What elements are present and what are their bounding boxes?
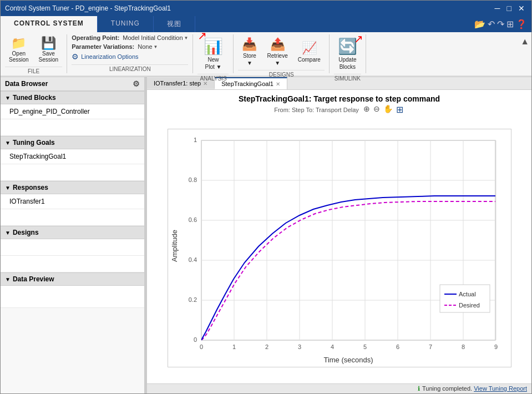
tuning-report-link[interactable]: View Tuning Report (474, 385, 527, 392)
data-preview-label: Data Preview (13, 275, 54, 283)
svg-text:0: 0 (193, 336, 196, 343)
sidebar-item-steptracking[interactable]: StepTrackingGoal1 (1, 149, 144, 164)
designs-header[interactable]: ▼ Designs (1, 226, 144, 239)
svg-text:5: 5 (363, 344, 366, 350)
linearization-group-label: LINEARIZATION (72, 64, 188, 73)
restore-button[interactable]: □ (505, 4, 514, 12)
iotransfer-label: IOTransfer1 (9, 198, 45, 205)
zoom-out-button[interactable]: ⊖ (372, 104, 381, 115)
linearization-options-button[interactable]: ⚙ Linearization Options (72, 52, 138, 61)
svg-text:4: 4 (330, 344, 333, 350)
svg-text:7: 7 (428, 344, 432, 350)
designs-empty-2 (1, 256, 144, 272)
title-bar: Control System Tuner - PD_engine - StepT… (1, 1, 531, 16)
sidebar: Data Browser ⚙ ▼ Tuned Blocks PD_engine_… (1, 77, 145, 393)
pan-button[interactable]: ✋ (382, 104, 394, 115)
op-point-value[interactable]: Model Initial Condition (123, 34, 188, 41)
section-tuning-goals: ▼ Tuning Goals StepTrackingGoal1 (1, 136, 144, 181)
ribbon-content: 📁 Open Session 💾 Save Session FILE Opera… (1, 32, 531, 77)
zoom-in-button[interactable]: ⊕ (362, 104, 371, 115)
tuned-blocks-empty (1, 119, 144, 136)
op-point-label: Operating Point: (72, 34, 119, 41)
update-blocks-button[interactable]: 🔄 Update Blocks (334, 34, 361, 73)
pd-controller-label: PD_engine_PID_Controller (9, 108, 90, 115)
svg-text:0.4: 0.4 (188, 256, 196, 263)
operating-point-row: Operating Point: Model Initial Condition (72, 34, 188, 41)
ribbon-group-simulink: ↗ 🔄 Update Blocks SIMULINK (330, 34, 366, 73)
svg-text:9: 9 (494, 344, 497, 350)
ribbon-collapse-button[interactable]: ▲ (520, 37, 529, 47)
new-plot-icon: 📊 (204, 37, 223, 55)
sidebar-item-pd-controller[interactable]: PD_engine_PID_Controller (1, 104, 144, 119)
sidebar-title: Data Browser (5, 80, 48, 88)
tuned-blocks-arrow: ▼ (5, 95, 11, 101)
tab-steptracking-close[interactable]: ✕ (276, 81, 280, 87)
tab-iotransfer1-label: IOTransfer1: step (154, 80, 201, 87)
tuning-goals-header[interactable]: ▼ Tuning Goals (1, 136, 144, 149)
toolbar-icon-2[interactable]: ↶ (488, 19, 495, 29)
data-preview-header[interactable]: ▼ Data Preview (1, 272, 144, 286)
ribbon-group-analysis: ↙ 📊 New Plot ▼ ANALYSIS (193, 34, 234, 73)
open-session-button[interactable]: 📁 Open Session (5, 34, 33, 65)
lin-options-label: Linearization Options (81, 53, 138, 60)
store-label: Store (243, 53, 256, 59)
tab-tuning[interactable]: TUNING (98, 16, 154, 32)
update-blocks-label2: Blocks (340, 64, 356, 70)
plot-title: StepTrackingGoal1: Target response to st… (239, 94, 440, 103)
svg-text:3: 3 (297, 344, 301, 350)
sidebar-item-iotransfer[interactable]: IOTransfer1 (1, 194, 144, 209)
ribbon: CONTROL SYSTEM TUNING 视图 📂 ↶ ↷ ⊞ ❓ 📁 Ope… (1, 16, 531, 77)
simulink-group-label: SIMULINK (334, 74, 361, 83)
ribbon-tab-bar: CONTROL SYSTEM TUNING 视图 📂 ↶ ↷ ⊞ ❓ (1, 16, 531, 32)
store-button[interactable]: 📥 Store ▼ (238, 34, 261, 69)
window-controls: ─ □ ✕ (493, 4, 527, 12)
sidebar-header: Data Browser ⚙ (1, 77, 144, 91)
retrieve-button[interactable]: 📤 Retrieve ▼ (263, 34, 291, 69)
param-var-label: Parameter Variations: (72, 43, 134, 50)
grid-button[interactable]: ⊞ (395, 104, 404, 115)
save-session-button[interactable]: 💾 Save Session (35, 34, 63, 65)
status-text: Tuning completed. (422, 385, 472, 392)
tab-steptracking-label: StepTrackingGoal1 (221, 80, 273, 87)
save-icon: 💾 (41, 37, 56, 49)
svg-text:0.2: 0.2 (188, 296, 196, 303)
close-button[interactable]: ✕ (516, 4, 527, 12)
toolbar-icon-3[interactable]: ↷ (497, 19, 504, 29)
minimize-button[interactable]: ─ (493, 4, 503, 12)
save-label: Save Session (39, 50, 59, 63)
tuned-blocks-header[interactable]: ▼ Tuned Blocks (1, 91, 144, 104)
data-preview-arrow: ▼ (5, 276, 11, 282)
sidebar-gear-icon[interactable]: ⚙ (133, 79, 140, 88)
section-tuned-blocks: ▼ Tuned Blocks PD_engine_PID_Controller (1, 91, 144, 136)
plot-controls: ⊕ ⊖ ✋ ⊞ (362, 104, 404, 115)
svg-text:6: 6 (396, 344, 399, 350)
ribbon-expand: ▲ (520, 34, 531, 73)
ribbon-group-designs: 📥 Store ▼ 📤 Retrieve ▼ 📈 Compare DESIGNS (234, 34, 329, 73)
responses-arrow: ▼ (5, 185, 11, 191)
linearization-options: Operating Point: Model Initial Condition… (72, 34, 188, 63)
plot-subtitle: From: Step To: Transport Delay ⊕ ⊖ ✋ ⊞ (274, 104, 404, 115)
tab-view[interactable]: 视图 (154, 16, 195, 32)
svg-text:1: 1 (193, 137, 196, 143)
retrieve-icon: 📤 (270, 37, 285, 52)
toolbar-icon-5[interactable]: ❓ (516, 19, 527, 29)
svg-text:8: 8 (461, 344, 464, 350)
designs-empty-1 (1, 239, 144, 256)
toolbar-icon-1[interactable]: 📂 (474, 19, 485, 29)
toolbar-icon-4[interactable]: ⊞ (506, 19, 514, 29)
legend-actual-text: Actual (459, 291, 476, 297)
responses-label: Responses (13, 184, 48, 191)
compare-button[interactable]: 📈 Compare (294, 38, 325, 65)
status-bar: ℹ Tuning completed. View Tuning Report (147, 383, 531, 393)
lin-options-icon: ⚙ (72, 52, 79, 61)
section-responses: ▼ Responses IOTransfer1 (1, 181, 144, 226)
tab-control-system[interactable]: CONTROL SYSTEM (1, 16, 98, 32)
param-var-value[interactable]: None (138, 43, 158, 50)
new-plot-label: New (207, 57, 219, 63)
tuning-goals-label: Tuning Goals (13, 139, 55, 147)
open-icon: 📁 (11, 37, 26, 49)
responses-header[interactable]: ▼ Responses (1, 181, 144, 194)
new-plot-button[interactable]: 📊 New Plot ▼ (197, 34, 229, 73)
retrieve-label: Retrieve (267, 53, 287, 59)
legend-desired-text: Desired (459, 302, 480, 309)
